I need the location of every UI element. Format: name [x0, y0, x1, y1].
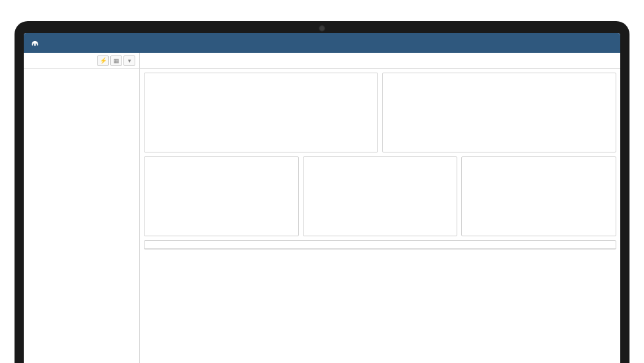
panel-tuples-out: [303, 156, 458, 236]
chart-block-io: [466, 163, 612, 232]
topbar: [24, 33, 620, 53]
dashboard: [140, 69, 620, 363]
panel-title: [145, 157, 298, 162]
chart-tps: [387, 79, 612, 148]
chart-server-sessions: [148, 79, 373, 148]
main-tabs: [140, 53, 620, 69]
panel-title: [462, 157, 616, 162]
panel-title: [145, 73, 377, 78]
panel-title: [304, 157, 457, 162]
browser-header: ⚡ ▦ ▾: [24, 53, 139, 69]
activity-tabs: [145, 246, 616, 249]
panel-block-io: [461, 156, 616, 236]
browser-panel: ⚡ ▦ ▾: [24, 53, 140, 363]
panel-tps: [382, 73, 616, 152]
panel-title: [383, 73, 616, 78]
chart-tuples-out: [307, 163, 453, 232]
panel-server-activity: [144, 240, 616, 249]
object-tree[interactable]: [24, 69, 139, 363]
panel-tuples-in: [144, 156, 299, 236]
content-area: [140, 53, 620, 363]
panel-server-sessions: [144, 73, 378, 152]
filter-button[interactable]: ▾: [123, 55, 135, 66]
elephant-icon: [30, 38, 40, 48]
chart-tuples-in: [148, 163, 294, 232]
panel-title: [145, 241, 616, 246]
camera-dot: [319, 25, 325, 32]
view-data-button[interactable]: ▦: [110, 55, 122, 66]
query-tool-button[interactable]: ⚡: [97, 55, 109, 66]
brand: [30, 38, 46, 48]
